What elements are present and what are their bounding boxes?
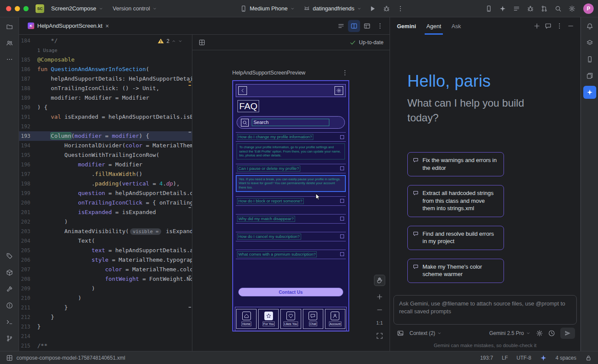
code-line[interactable]: 204 Text( <box>19 236 192 246</box>
code-line[interactable]: 190) { <box>19 103 192 112</box>
send-button[interactable] <box>560 328 575 339</box>
line-ending[interactable]: LF <box>502 355 508 361</box>
gemini-prompt-input[interactable]: Ask Gemini, use @filename to attach sour… <box>393 295 577 325</box>
attach-image-button[interactable] <box>395 328 406 338</box>
prompt-history-button[interactable] <box>546 328 557 338</box>
gemini-actions-icon[interactable] <box>497 3 509 15</box>
inspections-widget[interactable]: 2 <box>156 37 184 46</box>
code-line[interactable]: 206 style = MaterialTheme.typography.bod… <box>19 255 192 265</box>
version-control-button[interactable] <box>3 332 16 345</box>
preview-canvas[interactable]: HelpAndSupportScreenPreview FAQ <box>192 50 390 351</box>
phone-preview[interactable]: FAQ Search How do I change my profile in… <box>232 80 349 332</box>
code-line[interactable]: 193 Column(modifier = modifier) { <box>19 131 192 141</box>
suggestion-card[interactable]: Fix the warnings and errors in the edito… <box>407 152 504 176</box>
search-everywhere-icon[interactable] <box>552 3 564 15</box>
code-line[interactable]: 208 fontWeight = FontWeight.Normal <box>19 274 192 284</box>
settings-icon[interactable] <box>566 3 578 15</box>
preview-options-button[interactable] <box>341 68 349 77</box>
code-line[interactable]: 189 modifier: Modifier = Modifier <box>19 93 192 103</box>
suggestion-card[interactable]: Find and resolve build errors in my proj… <box>407 226 504 250</box>
more-tool-windows-button[interactable] <box>3 53 16 66</box>
split-view-button[interactable] <box>348 20 360 32</box>
todo-list-icon[interactable] <box>510 3 523 15</box>
code-line[interactable]: 194 HorizontalDivider(color = MaterialTh… <box>19 141 192 150</box>
zoom-reset-button[interactable]: 1:1 <box>374 317 385 328</box>
faq-answer[interactable]: Yes. If you need a break, you can easily… <box>236 175 346 192</box>
suggestion-card[interactable]: Make my Theme's color scheme warmer <box>407 259 504 283</box>
code-line[interactable]: 200 onTrailingIconClick = { onTrailingIc… <box>19 198 192 208</box>
code-line[interactable]: 192 <box>19 122 192 131</box>
faq-question-row[interactable]: What comes with a premium subscription? <box>236 250 346 259</box>
file-encoding[interactable]: UTF-8 <box>517 355 531 361</box>
faq-question-row[interactable]: Can I pause or delete my profile? <box>236 164 346 173</box>
code-view-button[interactable] <box>335 20 347 32</box>
gemini-toolwindow-button[interactable] <box>583 86 596 99</box>
context-selector[interactable]: Context (2) <box>407 329 444 338</box>
expand-icon[interactable] <box>340 199 344 203</box>
caret-position[interactable]: 193:7 <box>480 355 493 361</box>
dependencies-button[interactable] <box>3 266 16 279</box>
preview-build-status[interactable]: Up-to-date <box>349 39 384 46</box>
code-line[interactable]: 187 helpAndSupportDetails: HelpAndSuppor… <box>19 74 192 84</box>
nav-item-chat[interactable]: Chat <box>303 309 323 329</box>
ai-assistant-button[interactable] <box>583 36 596 49</box>
code-line[interactable]: 195 QuestionWithTrailingIconRow( <box>19 150 192 160</box>
code-line[interactable]: 211 } <box>19 303 192 312</box>
stripe-mark[interactable] <box>188 81 191 82</box>
stripe-mark[interactable] <box>188 207 191 208</box>
status-file-icon[interactable] <box>6 354 13 361</box>
error-stripe[interactable] <box>188 35 192 351</box>
stripe-mark[interactable] <box>188 132 191 133</box>
stripe-mark[interactable] <box>188 276 191 276</box>
more-run-actions-button[interactable] <box>394 3 406 15</box>
code-line[interactable]: 186fun QuestionAndAnswerInfoSection( <box>19 65 192 74</box>
nav-item-for-you[interactable]: For You <box>258 309 279 329</box>
running-devices-button[interactable] <box>583 69 596 82</box>
zoom-to-fit-button[interactable] <box>374 330 385 341</box>
design-view-button[interactable] <box>361 20 373 32</box>
code-line[interactable]: 207 color = MaterialTheme.colorScheme.on… <box>19 265 192 274</box>
expand-icon[interactable] <box>340 217 344 221</box>
code-line[interactable]: 209 ) <box>19 284 192 293</box>
stripe-mark[interactable] <box>188 85 191 86</box>
preview-layout-icon[interactable] <box>198 39 205 46</box>
code-line[interactable]: 213} <box>19 322 192 332</box>
device-selector[interactable]: Medium Phone <box>237 3 298 14</box>
lock-icon[interactable] <box>585 354 592 361</box>
new-chat-button[interactable] <box>532 21 542 31</box>
device-mirroring-icon[interactable] <box>483 3 495 15</box>
faq-answer[interactable]: To change your profile information, go t… <box>237 143 345 159</box>
nav-item-likes-you[interactable]: Likes You <box>280 309 301 329</box>
faq-question-row[interactable]: Why did my match disappear? <box>236 214 346 223</box>
problems-button[interactable] <box>3 299 16 312</box>
stripe-mark[interactable] <box>188 307 191 308</box>
previous-problem-button[interactable] <box>172 39 176 43</box>
nav-item-account[interactable]: Account <box>325 309 345 329</box>
more-options-button[interactable] <box>554 21 565 31</box>
code-line[interactable]: 1 Usage <box>19 46 192 55</box>
nav-item-home[interactable]: Home <box>236 309 257 329</box>
notifications-button[interactable] <box>583 20 596 33</box>
run-config-selector[interactable]: datingandfriends <box>300 3 365 14</box>
next-problem-button[interactable] <box>178 39 182 43</box>
zoom-out-button[interactable] <box>374 304 385 315</box>
code-line[interactable]: 198 .padding(vertical = 4.dp), <box>19 179 192 188</box>
maximize-window-button[interactable] <box>23 6 29 11</box>
search-bar[interactable]: Search <box>237 116 345 129</box>
sync-project-icon[interactable] <box>538 3 550 15</box>
debug-button[interactable] <box>380 3 393 15</box>
bookmarks-button[interactable] <box>3 250 16 263</box>
back-button[interactable] <box>238 86 247 95</box>
tab-ask[interactable]: Ask <box>450 17 463 35</box>
close-tab-button[interactable]: × <box>105 23 109 29</box>
conversation-history-button[interactable] <box>543 21 553 31</box>
expand-icon[interactable] <box>340 234 344 238</box>
suggestion-card[interactable]: Extract all hardcoded strings from this … <box>407 185 504 217</box>
tab-agent[interactable]: Agent <box>425 17 443 35</box>
status-file-name[interactable]: compose-compose-model-1758748140651.xml <box>16 355 125 361</box>
avatar[interactable]: P <box>583 3 594 14</box>
expand-icon[interactable] <box>340 252 344 256</box>
code-line[interactable]: 205 text = helpAndSupportDetails.answer, <box>19 246 192 255</box>
project-selector[interactable]: Screen2Compose <box>48 3 107 13</box>
code-line[interactable]: 202 ) <box>19 217 192 227</box>
